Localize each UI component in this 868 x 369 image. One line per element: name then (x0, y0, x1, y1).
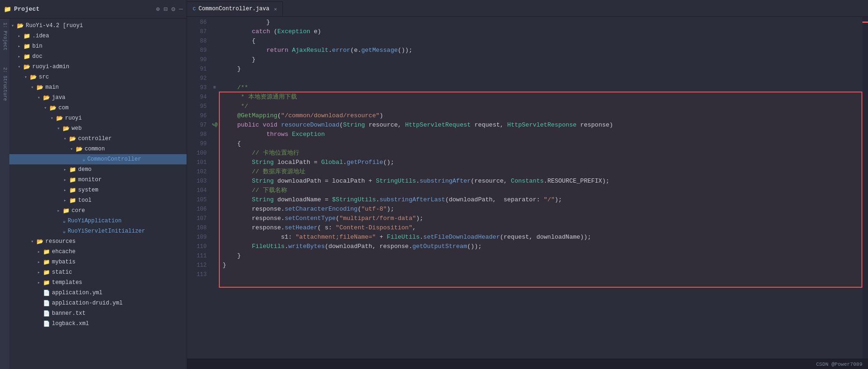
tree-item-java[interactable]: ▾📂java (9, 92, 187, 103)
gutter-111 (210, 251, 219, 261)
tree-item-core[interactable]: ▸📁core (9, 206, 187, 216)
tree-item-application.yml[interactable]: 📄application.yml (9, 288, 187, 298)
tab-common-controller[interactable]: C CommonController.java ✕ (187, 1, 283, 16)
sidebar-header: 📁 Project ⊕ ⊟ ⚙ — (0, 0, 187, 19)
code-line-113 (223, 270, 862, 279)
gutter-93: ≡ (210, 83, 219, 92)
tree-label-RuoYiServletInitializer: RuoYiServletInitializer (68, 228, 145, 234)
tree-item-mybatis[interactable]: ▸📁mybatis (9, 257, 187, 267)
editor-tabs: C CommonController.java ✕ (187, 0, 868, 17)
tree-item-banner.txt[interactable]: 📄banner.txt (9, 308, 187, 319)
gutter-108 (210, 223, 219, 233)
tree-item-monitor[interactable]: ▸📁monitor (9, 175, 187, 185)
tree-item-web[interactable]: ▾📂web (9, 123, 187, 134)
code-line-103: String downloadPath = localPath + String… (223, 177, 862, 186)
gutter-101 (210, 158, 219, 167)
tree-label-monitor: monitor (78, 177, 101, 183)
tree-item-main[interactable]: ▾📂main (9, 82, 187, 92)
minimize-icon[interactable]: — (179, 5, 183, 13)
tree-item-logback.xml[interactable]: 📄logback.xml (9, 319, 187, 329)
tree-item-CommonController[interactable]: ☕CommonController (9, 154, 187, 164)
line-number-88: 88 (187, 36, 207, 46)
tree-item-application-druid.yml[interactable]: 📄application-druid.yml (9, 298, 187, 308)
code-line-109: s1: "attachment;fileName=" + FileUtils.s… (223, 233, 862, 242)
line-number-90: 90 (187, 55, 207, 64)
side-panels: 1: Project 2: Structure (0, 19, 9, 369)
tree-item-idea[interactable]: ▸📁.idea (9, 31, 187, 41)
tree-label-application-druid.yml: application-druid.yml (52, 300, 123, 306)
tree-label-RuoYiApplication: RuoYiApplication (68, 218, 122, 224)
line-number-91: 91 (187, 64, 207, 74)
tree-label-main: main (45, 84, 59, 91)
gutter-86 (210, 18, 219, 27)
line-number-113: 113 (187, 270, 207, 279)
tree-item-ruoyi-v4.2[interactable]: ▾📂RuoYi-v4.2 [ruoyi (9, 21, 187, 31)
tree-item-common[interactable]: ▾📂common (9, 144, 187, 154)
line-number-107: 107 (187, 214, 207, 223)
gutter-103 (210, 177, 219, 186)
tree-item-com[interactable]: ▾📂com (9, 103, 187, 113)
gear-icon[interactable]: ⚙ (171, 5, 175, 13)
line-number-103: 103 (187, 177, 207, 186)
code-line-104: // 下载名称 (223, 186, 862, 195)
tree-item-ruoyi[interactable]: ▾📂ruoyi (9, 113, 187, 123)
line-number-99: 99 (187, 139, 207, 149)
gutter-94 (210, 92, 219, 102)
tree-item-ehcache[interactable]: ▸📁ehcache (9, 247, 187, 257)
tree-label-ruoyi-admin: ruoyi-admin (32, 64, 69, 70)
tree-item-bin[interactable]: ▸📁bin (9, 41, 187, 51)
tree-label-templates: templates (52, 279, 82, 286)
tab-close-btn[interactable]: ✕ (274, 6, 277, 12)
attribution: CSDN @Power7089 (816, 362, 862, 367)
line-numbers: 8687888990919293949596979899100101102103… (187, 17, 210, 359)
tree-label-system: system (78, 187, 98, 193)
line-number-97: 97 (187, 121, 207, 130)
java-file-icon: C (193, 6, 196, 12)
tree-label-banner.txt: banner.txt (52, 310, 86, 317)
code-line-86: } (223, 18, 862, 27)
gutter-97: ✎@ (210, 121, 219, 130)
tree-item-RuoYiServletInitializer[interactable]: ☕RuoYiServletInitializer (9, 226, 187, 236)
tree-label-java: java (52, 94, 65, 101)
tree-item-static[interactable]: ▸📁static (9, 267, 187, 277)
tree-label-static: static (52, 269, 72, 276)
code-line-107: response.setContentType("multipart/form-… (223, 214, 862, 223)
tree-label-resources: resources (45, 238, 76, 245)
code-line-105: String downloadName = $StringUtils.subst… (223, 195, 862, 205)
tree-item-src[interactable]: ▾📂src (9, 72, 187, 82)
tree-item-resources[interactable]: ▾📂resources (9, 236, 187, 247)
tree-label-controller: controller (78, 135, 112, 142)
tree-label-ruoyi-v4.2: RuoYi-v4.2 [ruoyi (26, 22, 83, 29)
line-number-100: 100 (187, 149, 207, 158)
globe-icon[interactable]: ⊕ (156, 5, 159, 13)
project-panel-label[interactable]: 1: Project (0, 19, 9, 54)
tree-label-CommonController: CommonController (87, 156, 141, 163)
scrollbar-marker (862, 21, 868, 23)
tree-item-demo[interactable]: ▸📁demo (9, 164, 187, 175)
code-line-97: public void resourceDownload(String reso… (223, 121, 862, 130)
gutter-113 (210, 270, 219, 279)
tree-item-doc[interactable]: ▸📁doc (9, 51, 187, 62)
line-number-111: 111 (187, 251, 207, 261)
line-number-86: 86 (187, 18, 207, 27)
tree-item-system[interactable]: ▸📁system (9, 185, 187, 195)
tree-item-tool[interactable]: ▸📁tool (9, 195, 187, 206)
tree-item-templates[interactable]: ▸📁templates (9, 277, 187, 288)
right-scrollbar[interactable] (862, 17, 868, 359)
tree-label-web: web (72, 125, 82, 132)
line-number-98: 98 (187, 130, 207, 139)
gutter-96 (210, 111, 219, 121)
layout-icon[interactable]: ⊟ (164, 5, 167, 13)
code-line-92 (223, 74, 862, 83)
tree-item-ruoyi-admin[interactable]: ▾📂ruoyi-admin (9, 62, 187, 72)
gutter-98 (210, 130, 219, 139)
code-line-93: /** (223, 83, 862, 92)
tree-item-controller[interactable]: ▾📂controller (9, 134, 187, 144)
line-number-96: 96 (187, 111, 207, 121)
tree-item-RuoYiApplication[interactable]: ☕RuoYiApplication (9, 216, 187, 226)
line-number-109: 109 (187, 233, 207, 242)
code-content[interactable]: } catch (Exception e) { return AjaxResul… (219, 17, 862, 359)
structure-panel-label[interactable]: 2: Structure (0, 64, 9, 105)
line-number-104: 104 (187, 186, 207, 195)
tree-label-bin: bin (32, 43, 43, 50)
